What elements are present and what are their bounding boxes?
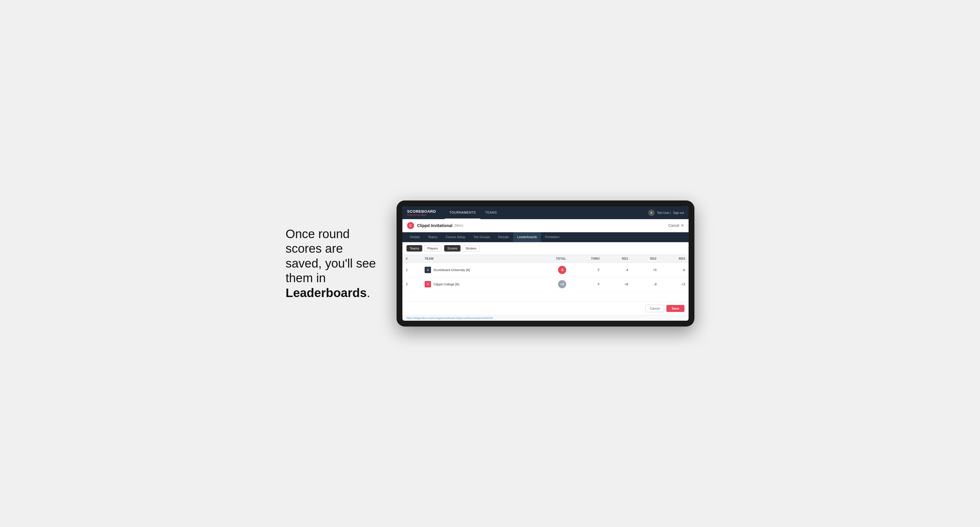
brand: SCOREBOARD Powered by clippd bbox=[407, 209, 436, 216]
col-rd3: RD3 bbox=[660, 255, 689, 263]
tab-tee-groups[interactable]: Tee Groups bbox=[469, 232, 494, 242]
col-thru: THRU bbox=[570, 255, 603, 263]
filter-players[interactable]: Players bbox=[424, 245, 441, 252]
sidebar-text-bold: Leaderboards bbox=[286, 286, 367, 300]
content-area: # TEAM TOTAL THRU RD1 RD2 RD3 1 S bbox=[402, 255, 689, 302]
nav-items: TOURNAMENTS TEAMS bbox=[445, 206, 643, 219]
cell-thru: F bbox=[570, 263, 603, 277]
cell-total: -5 bbox=[533, 263, 570, 277]
score-badge: +3 bbox=[558, 280, 566, 288]
cell-rd2: +5 bbox=[632, 263, 660, 277]
cell-rd3: -6 bbox=[660, 263, 689, 277]
nav-item-tournaments[interactable]: TOURNAMENTS bbox=[445, 206, 480, 219]
user-name: Test User | bbox=[657, 211, 671, 214]
tournament-header: C Clippd Invitational (Men) Cancel ✕ bbox=[402, 219, 689, 232]
team-logo: S bbox=[425, 267, 431, 273]
col-total: TOTAL bbox=[533, 255, 570, 263]
filter-teams[interactable]: Teams bbox=[406, 245, 422, 252]
team-name: Scoreboard University [A] bbox=[433, 268, 470, 271]
table-row: 1 S Scoreboard University [A] -5 F -4 +5… bbox=[402, 263, 689, 277]
brand-title: SCOREBOARD bbox=[407, 209, 436, 214]
page-wrapper: Once round scores are saved, you'll see … bbox=[286, 200, 694, 327]
tab-course-setup[interactable]: Course Setup bbox=[442, 232, 469, 242]
tournament-cancel-button[interactable]: Cancel ✕ bbox=[668, 224, 684, 228]
sidebar-text: Once round scores are saved, you'll see … bbox=[286, 227, 379, 300]
tournament-type: (Men) bbox=[454, 224, 463, 228]
cell-total: +3 bbox=[533, 277, 570, 292]
tab-teams[interactable]: Teams bbox=[424, 232, 442, 242]
sub-nav: Details Teams Course Setup Tee Groups Re… bbox=[402, 232, 689, 242]
filter-strokes[interactable]: Strokes bbox=[462, 245, 479, 252]
score-badge: -5 bbox=[558, 266, 566, 274]
tournament-name: Clippd Invitational bbox=[417, 223, 452, 228]
tab-leaderboards[interactable]: Leaderboards bbox=[513, 232, 541, 242]
team-logo: C bbox=[425, 281, 431, 287]
sign-out-link[interactable]: Sign out bbox=[673, 211, 684, 214]
col-rd1: RD1 bbox=[603, 255, 632, 263]
table-header-row: # TEAM TOTAL THRU RD1 RD2 RD3 bbox=[402, 255, 689, 263]
nav-right: S Test User | Sign out bbox=[648, 210, 684, 216]
col-team: TEAM bbox=[421, 255, 533, 263]
tablet-screen: SCOREBOARD Powered by clippd TOURNAMENTS… bbox=[402, 206, 689, 321]
cell-rd3: +3 bbox=[660, 277, 689, 292]
save-button[interactable]: Save bbox=[667, 305, 684, 312]
footer: Cancel Save bbox=[402, 302, 689, 315]
filter-scores[interactable]: Scores bbox=[444, 245, 460, 252]
leaderboard-table: # TEAM TOTAL THRU RD1 RD2 RD3 1 S bbox=[402, 255, 689, 292]
tab-details[interactable]: Details bbox=[406, 232, 424, 242]
col-rd2: RD2 bbox=[632, 255, 660, 263]
cell-rank: 1 bbox=[402, 263, 421, 277]
col-rank: # bbox=[402, 255, 421, 263]
cell-thru: F bbox=[570, 277, 603, 292]
url-bar: https://stage-blue-coach.stagescoreboard… bbox=[402, 315, 689, 321]
team-name: Clippd College [A] bbox=[433, 283, 459, 286]
tournament-logo: C bbox=[407, 222, 414, 229]
top-nav: SCOREBOARD Powered by clippd TOURNAMENTS… bbox=[402, 206, 689, 219]
nav-item-teams[interactable]: TEAMS bbox=[480, 206, 501, 219]
close-icon: ✕ bbox=[681, 224, 684, 228]
user-avatar: S bbox=[648, 210, 655, 216]
cancel-button[interactable]: Cancel bbox=[645, 305, 664, 312]
url-text: https://stage-blue-coach.stagescoreboard… bbox=[406, 317, 493, 319]
brand-clippd: clippd bbox=[420, 214, 426, 216]
cell-team: C Clippd College [A] bbox=[421, 277, 533, 292]
cell-rank: 2 bbox=[402, 277, 421, 292]
brand-sub: Powered by clippd bbox=[407, 214, 436, 216]
sidebar-text-plain: Once round scores are saved, you'll see … bbox=[286, 227, 376, 285]
tab-printables[interactable]: Printables bbox=[541, 232, 563, 242]
sidebar-text-end: . bbox=[367, 286, 370, 300]
tablet-device: SCOREBOARD Powered by clippd TOURNAMENTS… bbox=[396, 200, 694, 327]
filter-bar: Teams Players Scores Strokes bbox=[402, 242, 689, 255]
table-row: 2 C Clippd College [A] +3 F +8 -8 +3 bbox=[402, 277, 689, 292]
tab-results[interactable]: Results bbox=[494, 232, 513, 242]
cell-rd1: -4 bbox=[603, 263, 632, 277]
cell-rd2: -8 bbox=[632, 277, 660, 292]
cell-rd1: +8 bbox=[603, 277, 632, 292]
cell-team: S Scoreboard University [A] bbox=[421, 263, 533, 277]
